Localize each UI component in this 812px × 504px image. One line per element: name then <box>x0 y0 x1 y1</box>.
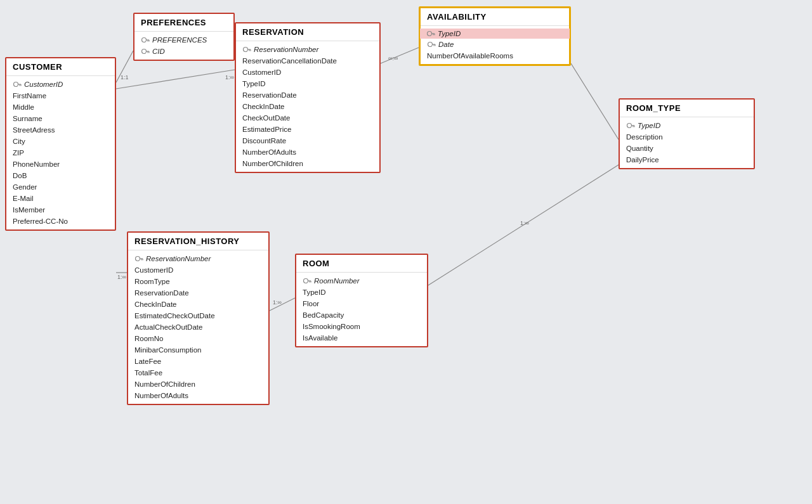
table-row: CID <box>134 46 233 57</box>
table-row: FirstName <box>6 90 115 101</box>
svg-text:1:∞: 1:∞ <box>520 220 529 226</box>
field-name: NumberOfAvailableRooms <box>427 52 513 60</box>
field-name: NumberOfAdults <box>134 392 188 399</box>
svg-text:1:∞: 1:∞ <box>273 299 282 306</box>
table-row: EstimatedPrice <box>236 124 379 135</box>
field-name: CustomerID <box>242 68 281 76</box>
field-name: IsMember <box>13 206 45 214</box>
field-name: MinibarConsumption <box>134 346 201 354</box>
field-name: City <box>13 138 25 145</box>
field-name: RoomNumber <box>314 277 360 285</box>
field-name: DiscountRate <box>242 137 286 145</box>
table-row: ReservationNumber <box>128 253 268 264</box>
table-row: CheckOutDate <box>236 112 379 124</box>
field-name: EstimatedCheckOutDate <box>134 312 215 320</box>
table-row: DiscountRate <box>236 135 379 146</box>
table-row: ReservationDate <box>128 287 268 299</box>
pk-icon <box>13 80 22 89</box>
field-name: Surname <box>13 115 43 122</box>
table-row: NumberOfAdults <box>128 390 268 401</box>
table-row: TypeID <box>236 78 379 89</box>
table-row: CheckInDate <box>128 299 268 310</box>
table-row: TotalFee <box>128 367 268 378</box>
table-row: NumberOfChildren <box>236 158 379 169</box>
field-name: ReservationDate <box>242 91 297 99</box>
field-name: NumberOfChildren <box>134 380 195 388</box>
field-name: ReservationCancellationDate <box>242 57 337 65</box>
field-name: RoomType <box>134 278 170 285</box>
reservation-table-body: ReservationNumber ReservationCancellatio… <box>236 41 379 172</box>
field-name: PhoneNumber <box>13 160 60 168</box>
table-row: IsMember <box>6 204 115 216</box>
table-row: CustomerID <box>6 79 115 90</box>
field-name: ZIP <box>13 149 24 157</box>
pk-icon <box>303 276 311 285</box>
svg-line-0 <box>116 51 133 82</box>
connector-lines: 1:1 1:∞ 1:∞ ∞:∞ 1:∞ 1:∞ <box>0 0 812 504</box>
reservation-history-table-body: ReservationNumber CustomerID RoomType Re… <box>128 250 268 404</box>
svg-point-21 <box>142 49 147 54</box>
pk-icon <box>626 121 635 130</box>
table-row: RoomType <box>128 276 268 287</box>
svg-point-45 <box>304 279 308 283</box>
svg-line-2 <box>116 70 235 89</box>
table-row-highlighted: TypeID <box>420 29 570 39</box>
field-name: E-Mail <box>13 195 34 202</box>
customer-table: CUSTOMER CustomerID FirstName Middle Sur… <box>5 57 116 231</box>
field-name: ActualCheckOutDate <box>134 323 202 331</box>
field-name: TypeID <box>303 288 325 296</box>
table-row: TypeID <box>620 120 754 131</box>
field-name: NumberOfAdults <box>242 148 296 156</box>
pk-icon <box>141 36 150 44</box>
availability-table-header: AVAILABILITY <box>421 8 569 26</box>
customer-table-header: CUSTOMER <box>6 58 115 76</box>
availability-table: AVAILABILITY TypeID Date NumberOfAvailab… <box>419 6 571 66</box>
svg-point-25 <box>244 48 248 52</box>
pk-icon <box>141 47 150 56</box>
field-name: PREFERENCES <box>152 36 207 44</box>
svg-point-33 <box>428 42 433 47</box>
table-row: ReservationDate <box>236 89 379 101</box>
table-row: CustomerID <box>236 67 379 78</box>
field-name: TypeID <box>638 122 660 129</box>
table-row: IsSmookingRoom <box>296 321 427 332</box>
field-name: TypeID <box>242 80 265 87</box>
field-name: Floor <box>303 300 319 307</box>
table-row: TypeID <box>296 287 427 298</box>
table-row: Gender <box>6 181 115 193</box>
table-row: Date <box>421 39 569 50</box>
pk-icon <box>242 45 251 54</box>
field-name: DoB <box>13 172 27 179</box>
field-name: CheckInDate <box>134 300 176 308</box>
table-row: NumberOfAvailableRooms <box>421 50 569 61</box>
field-name: TotalFee <box>134 369 162 377</box>
room-type-table-header: ROOM_TYPE <box>620 100 754 117</box>
table-row: DoB <box>6 170 115 181</box>
field-name: Date <box>438 41 454 48</box>
svg-line-11 <box>270 298 295 311</box>
table-row: EstimatedCheckOutDate <box>128 310 268 321</box>
room-table-body: RoomNumber TypeID Floor BedCapacity IsSm… <box>296 273 427 346</box>
field-name: CustomerID <box>24 81 63 88</box>
field-name: DailyPrice <box>626 156 659 164</box>
room-table: ROOM RoomNumber TypeID Floor BedCapacity… <box>295 254 428 347</box>
svg-line-6 <box>381 48 419 63</box>
preferences-table: PREFERENCES PREFERENCES CID <box>133 13 235 61</box>
preferences-table-header: PREFERENCES <box>134 14 233 32</box>
field-name: Quantity <box>626 145 653 152</box>
field-name: IsSmookingRoom <box>303 323 360 330</box>
table-row: PhoneNumber <box>6 158 115 170</box>
room-type-table-body: TypeID Description Quantity DailyPrice <box>620 117 754 168</box>
field-name: RoomNo <box>134 335 163 342</box>
table-row: CustomerID <box>128 264 268 276</box>
field-name: EstimatedPrice <box>242 126 291 133</box>
table-row: RoomNumber <box>296 275 427 287</box>
table-row: RoomNo <box>128 333 268 344</box>
pk-icon <box>134 254 143 263</box>
pk-icon <box>426 29 435 38</box>
availability-table-body: TypeID Date NumberOfAvailableRooms <box>421 26 569 64</box>
field-name: TypeID <box>438 30 461 37</box>
table-row: NumberOfAdults <box>236 146 379 158</box>
table-row: BedCapacity <box>296 309 427 321</box>
table-row: IsAvailable <box>296 332 427 344</box>
